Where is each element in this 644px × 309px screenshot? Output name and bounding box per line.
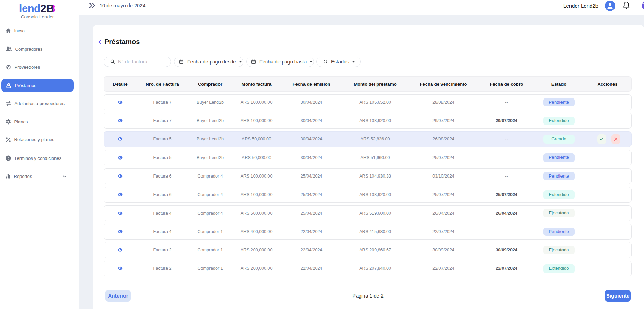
- svg-text:$: $: [8, 83, 9, 86]
